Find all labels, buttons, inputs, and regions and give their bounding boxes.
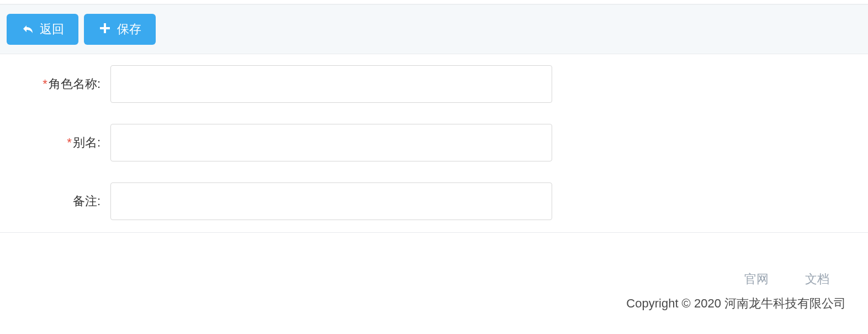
form-row-alias: *别名:: [0, 124, 868, 161]
remark-label: 备注:: [0, 193, 110, 210]
form-row-role-name: *角色名称:: [0, 65, 868, 103]
footer-copyright: Copyright © 2020 河南龙牛科技有限公司: [0, 295, 846, 312]
footer-links: 官网 文档: [0, 271, 846, 288]
form-area: *角色名称: *别名: 备注:: [0, 54, 868, 222]
required-mark: *: [67, 135, 72, 149]
footer: 官网 文档 Copyright © 2020 河南龙牛科技有限公司: [0, 254, 868, 334]
alias-input[interactable]: [110, 124, 552, 161]
save-button-label: 保存: [117, 23, 141, 35]
alias-label: *别名:: [0, 134, 110, 151]
form-row-remark: 备注:: [0, 182, 868, 220]
remark-label-text: 备注:: [73, 194, 100, 208]
toolbar: 返回 保存: [0, 4, 868, 54]
required-mark: *: [43, 77, 47, 91]
role-name-label: *角色名称:: [0, 76, 110, 92]
alias-label-text: 别名:: [73, 135, 100, 149]
top-divider: [0, 0, 868, 4]
form-divider: [0, 232, 868, 233]
plus-icon: [98, 22, 112, 37]
save-button[interactable]: 保存: [84, 14, 156, 45]
back-button-label: 返回: [40, 23, 64, 35]
remark-input[interactable]: [110, 182, 552, 220]
footer-link-docs[interactable]: 文档: [805, 272, 829, 286]
reply-arrow-icon: [21, 22, 34, 37]
footer-link-website[interactable]: 官网: [744, 272, 769, 286]
back-button[interactable]: 返回: [7, 14, 78, 45]
role-name-input[interactable]: [110, 65, 552, 103]
role-name-label-text: 角色名称:: [49, 77, 100, 91]
